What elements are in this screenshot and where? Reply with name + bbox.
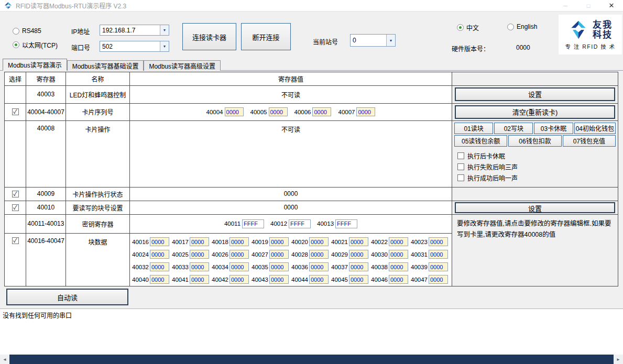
op-checkbox-item[interactable]: 执行失败后响三声 <box>457 161 616 172</box>
op-button-2[interactable]: 02写块 <box>494 123 533 134</box>
scroll-right-icon[interactable] <box>614 355 623 364</box>
maximize-icon[interactable]: □ <box>577 0 600 11</box>
tab-modbus-basic-settings[interactable]: Modbus读写器基础设置 <box>67 60 144 71</box>
register-pair: 40021 <box>330 236 370 248</box>
station-number-combo[interactable]: 0 <box>350 34 396 47</box>
clear-reread-card-button[interactable]: 清空(重新读卡) <box>455 105 615 119</box>
checkbox-label: 执行失败后响三声 <box>467 162 518 171</box>
port-combo[interactable]: 502 <box>100 41 169 52</box>
row-checkbox[interactable]: ✓ <box>12 108 19 115</box>
register-value-input[interactable] <box>389 250 408 259</box>
register-value-input[interactable] <box>269 107 288 116</box>
register-value-input[interactable] <box>429 275 448 284</box>
radio-lang-chinese[interactable]: 中文 <box>457 23 479 32</box>
register-value-input[interactable] <box>150 275 169 284</box>
chevron-down-icon[interactable] <box>160 25 169 35</box>
register-value-input[interactable] <box>190 275 209 284</box>
register-value-input[interactable] <box>150 262 169 271</box>
register-value-input[interactable] <box>242 219 264 228</box>
checkbox-icon[interactable] <box>457 174 464 181</box>
register-value-input[interactable] <box>309 275 329 284</box>
register-pair: 40025 <box>171 248 211 261</box>
register-value-input[interactable] <box>229 275 249 284</box>
register-value-input[interactable] <box>356 107 375 116</box>
tab-bar: Modbus读写器演示 Modbus读写器基础设置 Modbus读写器高级设置 <box>3 59 221 71</box>
register-value-input[interactable] <box>429 237 448 246</box>
register-pair: 40033 <box>171 261 211 273</box>
chevron-down-icon[interactable] <box>160 41 169 51</box>
register-value-input[interactable] <box>312 107 331 116</box>
op-checkbox-item[interactable]: 执行后卡休眠 <box>457 150 616 161</box>
register-label: 40044 <box>290 277 308 283</box>
auto-read-button[interactable]: 自动读 <box>6 289 128 305</box>
ip-address-combo[interactable]: 192.168.1.7 <box>100 25 169 36</box>
register-value-input[interactable] <box>269 250 289 259</box>
register-value-input[interactable] <box>229 250 249 259</box>
register-value-input[interactable] <box>429 262 448 271</box>
chevron-down-icon[interactable] <box>386 35 395 46</box>
connect-reader-button[interactable]: 连接读卡器 <box>182 23 236 50</box>
register-value-input[interactable] <box>225 107 244 116</box>
register-label: 40032 <box>131 264 149 270</box>
row-checkbox[interactable]: ✓ <box>12 191 19 197</box>
status-log[interactable]: 没有找到任何可用的串口 <box>0 308 623 355</box>
op-button-1[interactable]: 01读块 <box>454 123 493 134</box>
radio-ethernet-tcp[interactable]: 以太网(TCP) <box>13 40 58 49</box>
register-value-input[interactable] <box>335 219 357 228</box>
register-value-input[interactable] <box>229 237 249 246</box>
register-value-input[interactable] <box>190 237 209 246</box>
register-value-input[interactable] <box>429 250 448 259</box>
register-value-input[interactable] <box>389 262 408 271</box>
register-value-input[interactable] <box>269 262 289 271</box>
register-value-input[interactable] <box>349 237 368 246</box>
op-button-5[interactable]: 05读钱包余额 <box>454 135 507 147</box>
register-pair: 40040 <box>131 273 171 286</box>
register-pair: 40022 <box>370 236 410 248</box>
register-value-input[interactable] <box>309 262 329 271</box>
minimize-icon[interactable]: ─ <box>554 0 577 11</box>
checkbox-icon[interactable] <box>457 163 464 170</box>
tab-modbus-advanced-settings[interactable]: Modbus读写器高级设置 <box>144 60 221 71</box>
op-checkbox-item[interactable]: 执行成功后响一声 <box>457 172 616 183</box>
register-value-input[interactable] <box>289 219 311 228</box>
op-button-4[interactable]: 04初始化钱包 <box>574 123 616 134</box>
radio-rs485[interactable]: RS485 <box>13 27 41 35</box>
op-button-7[interactable]: 07钱包充值 <box>563 135 616 147</box>
register-label: 40024 <box>131 251 149 258</box>
radio-lang-english[interactable]: English <box>507 23 537 30</box>
op-button-6[interactable]: 06钱包扣款 <box>508 135 561 147</box>
register-cell: 40003 <box>26 86 66 103</box>
register-value-input[interactable] <box>269 275 289 284</box>
register-value-input[interactable] <box>190 262 209 271</box>
register-label: 40028 <box>290 251 308 258</box>
register-value-input[interactable] <box>389 237 408 246</box>
register-value-input[interactable] <box>349 262 368 271</box>
register-value-input[interactable] <box>389 275 408 284</box>
scroll-left-icon[interactable] <box>0 355 9 364</box>
disconnect-button[interactable]: 断开连接 <box>241 23 291 50</box>
register-value-input[interactable] <box>269 237 289 246</box>
register-value-input[interactable] <box>150 237 169 246</box>
hw-version-value: 0000 <box>516 44 530 51</box>
register-value-input[interactable] <box>349 250 368 259</box>
row-checkbox[interactable]: ✓ <box>12 237 19 244</box>
register-cell: 40008 <box>26 121 66 187</box>
register-value-input[interactable] <box>349 275 368 284</box>
scrollbar-track[interactable] <box>9 355 614 364</box>
register-value-input[interactable] <box>150 250 169 259</box>
close-icon[interactable]: ✕ <box>600 0 623 11</box>
register-value-input[interactable] <box>309 250 329 259</box>
register-value-input[interactable] <box>229 262 249 271</box>
checkbox-icon[interactable] <box>457 152 464 159</box>
op-button-3[interactable]: 03卡休眠 <box>534 123 573 134</box>
register-value-input[interactable] <box>309 237 329 246</box>
register-label: 40034 <box>211 264 228 270</box>
register-label: 40035 <box>250 264 268 270</box>
register-value-input[interactable] <box>190 250 209 259</box>
set-led-button[interactable]: 设置 <box>455 87 615 101</box>
action-cell-serial: 清空(重新读卡) <box>452 104 618 121</box>
tab-modbus-demo[interactable]: Modbus读写器演示 <box>3 59 67 71</box>
table-row-40008: 40008 卡片操作 不可读 <box>5 121 452 187</box>
row-checkbox[interactable]: ✓ <box>12 204 19 211</box>
set-block-button[interactable]: 设置 <box>455 202 615 213</box>
